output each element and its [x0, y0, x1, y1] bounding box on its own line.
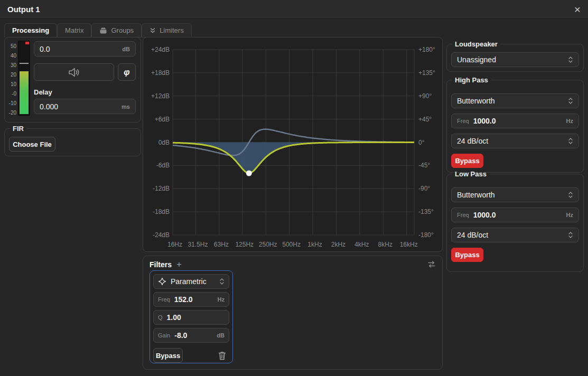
gain-unit: dB [122, 46, 130, 52]
swap-arrows-icon[interactable] [427, 260, 436, 270]
meter-clip-indicator [25, 42, 29, 44]
choose-file-button[interactable]: Choose File [9, 137, 55, 152]
tab-limiters-label: Limiters [160, 26, 184, 34]
highpass-bypass-button[interactable]: Bypass [451, 154, 483, 168]
freq-axis-tick: 63Hz [214, 241, 229, 248]
db-axis-tick: 0dB [158, 139, 170, 146]
fir-legend: FIR [10, 125, 26, 133]
freq-axis-tick: 31.5Hz [188, 241, 208, 248]
eq-graph-panel[interactable]: +24dB+18dB+12dB+6dB0dB-6dB-12dB-18dB-24d… [143, 37, 443, 252]
delay-input[interactable]: 0.000 ms [34, 99, 136, 114]
filter-gain-unit: dB [217, 332, 225, 339]
filter-freq-value: 152.0 [174, 295, 213, 304]
db-axis-tick: -18dB [153, 208, 170, 215]
tab-bar: Processing Matrix Groups Limiters [4, 23, 192, 37]
filter-freq-input[interactable]: Freq 152.0 Hz [153, 292, 229, 307]
filter-q-value: 1.00 [167, 313, 225, 322]
freq-axis-tick: 16kHz [400, 241, 418, 248]
magnitude-fill-area [173, 143, 414, 174]
phase-axis-tick: -90° [418, 185, 430, 192]
meter-scale-label: -20 [9, 110, 16, 116]
filter-type-value: Parametric [171, 277, 215, 286]
meter-scale-label: 30 [11, 62, 16, 68]
filter-gain-input[interactable]: Gain -8.0 dB [153, 328, 229, 343]
filter-bypass-button[interactable]: Bypass [153, 348, 183, 363]
loudspeaker-select[interactable]: Unassigned [451, 52, 579, 67]
delay-unit: ms [122, 104, 130, 110]
phase-axis-tick: +135° [418, 69, 435, 77]
db-axis-tick: -12dB [153, 185, 170, 192]
meter-peak-line [20, 63, 29, 64]
lowpass-slope-value: 24 dB/oct [457, 231, 564, 239]
chevron-up-down-icon [568, 191, 573, 199]
mute-button[interactable] [34, 63, 114, 81]
tab-matrix[interactable]: Matrix [57, 23, 91, 37]
filter-card[interactable]: Parametric Freq 152.0 Hz Q 1.00 Gain -8.… [150, 270, 233, 363]
magnitude-curve [173, 143, 414, 174]
highpass-freq-unit: Hz [566, 118, 573, 124]
chevron-up-down-icon [568, 231, 573, 239]
highpass-type-select[interactable]: Butterworth [451, 93, 579, 108]
phase-axis-tick: -45° [418, 162, 430, 169]
eq-graph[interactable]: +24dB+18dB+12dB+6dB0dB-6dB-12dB-18dB-24d… [143, 37, 442, 251]
chevron-up-down-icon [568, 97, 573, 105]
phase-axis-tick: +90° [418, 92, 432, 100]
filter-handle[interactable] [246, 171, 252, 176]
channel-panel: 5040302010-0-10-20 0.0 dB φ Delay 0.000 … [4, 37, 141, 123]
phase-icon: φ [124, 68, 129, 77]
tab-limiters[interactable]: Limiters [142, 23, 192, 37]
phase-axis-tick: +45° [418, 116, 432, 123]
highpass-freq-input[interactable]: Freq 1000.0 Hz [451, 114, 579, 128]
phase-axis-tick: -180° [418, 231, 434, 239]
gain-input[interactable]: 0.0 dB [34, 41, 136, 57]
highpass-freq-label: Freq [457, 118, 469, 124]
db-axis-tick: +6dB [155, 116, 170, 123]
tab-processing-label: Processing [12, 26, 49, 34]
lowpass-slope-select[interactable]: 24 dB/oct [451, 228, 579, 242]
phase-axis-tick: 0° [418, 139, 425, 146]
lowpass-panel: Low Pass Butterworth Freq 1000.0 Hz 24 d… [446, 170, 584, 272]
highpass-slope-select[interactable]: 24 dB/oct [451, 134, 579, 148]
lowpass-type-select[interactable]: Butterworth [451, 187, 579, 202]
loudspeaker-value: Unassigned [457, 55, 564, 64]
fir-panel: FIR Choose File [4, 125, 141, 156]
highpass-slope-value: 24 dB/oct [457, 137, 564, 145]
meter-scale-label: -0 [12, 91, 16, 97]
output-window: { "colors": { "accent_blue": "#3f6db5", … [0, 0, 588, 376]
db-axis-tick: -24dB [153, 231, 170, 239]
lowpass-bypass-button[interactable]: Bypass [451, 248, 483, 262]
filter-q-input[interactable]: Q 1.00 [153, 310, 229, 325]
meter-scale-label: 40 [11, 53, 16, 59]
chevron-up-down-icon [219, 277, 225, 286]
gain-value: 0.0 [40, 45, 118, 53]
freq-axis-tick: 125Hz [235, 241, 254, 248]
tab-groups[interactable]: Groups [91, 23, 142, 37]
freq-axis-tick: 1kHz [307, 241, 322, 248]
meter-scale-label: 10 [11, 81, 16, 87]
meter-scale-label: 50 [11, 43, 16, 49]
tab-processing[interactable]: Processing [4, 23, 57, 37]
highpass-panel: High Pass Butterworth Freq 1000.0 Hz 24 … [446, 76, 584, 173]
add-filter-button[interactable]: + [176, 260, 182, 269]
lowpass-freq-unit: Hz [566, 212, 573, 218]
filters-panel: Filters + Parametric Freq 152.0 Hz Q 1.0… [143, 256, 443, 370]
parametric-star-icon [158, 277, 166, 286]
lowpass-type-value: Butterworth [457, 191, 564, 199]
close-icon[interactable]: × [574, 4, 581, 15]
freq-axis-tick: 4kHz [354, 241, 369, 248]
lowpass-freq-input[interactable]: Freq 1000.0 Hz [451, 208, 579, 222]
filter-q-label: Q [158, 314, 163, 321]
db-axis-tick: +12dB [151, 92, 170, 100]
tab-matrix-label: Matrix [65, 26, 83, 34]
speaker-icon [67, 67, 81, 78]
lowpass-freq-value: 1000.0 [473, 211, 562, 219]
trash-icon[interactable] [218, 351, 226, 360]
double-chevron-down-icon [150, 27, 156, 34]
filter-type-select[interactable]: Parametric [153, 274, 229, 289]
window-title: Output 1 [7, 5, 40, 14]
highpass-freq-value: 1000.0 [473, 117, 562, 125]
phase-button[interactable]: φ [118, 63, 136, 81]
freq-axis-tick: 16Hz [167, 241, 182, 248]
delay-label: Delay [34, 88, 52, 96]
level-meter [18, 41, 30, 116]
